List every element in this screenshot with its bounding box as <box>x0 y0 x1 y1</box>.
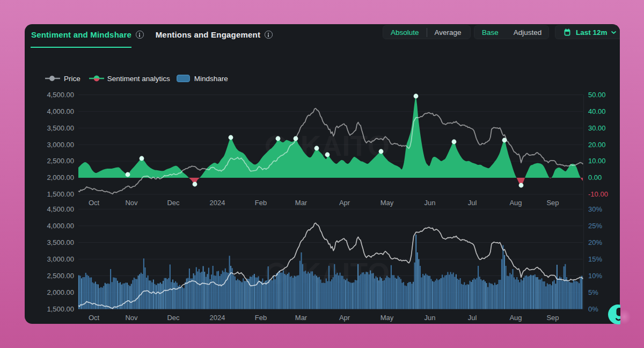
svg-text:3,500.00: 3,500.00 <box>47 124 74 132</box>
svg-text:May: May <box>380 314 394 322</box>
svg-text:2024: 2024 <box>210 199 225 207</box>
svg-text:May: May <box>380 199 394 207</box>
svg-text:4,000.00: 4,000.00 <box>47 222 74 230</box>
svg-text:Mar: Mar <box>295 314 308 322</box>
svg-text:2,500.00: 2,500.00 <box>47 157 74 165</box>
svg-text:Jun: Jun <box>425 199 436 207</box>
svg-text:Oct: Oct <box>89 199 100 207</box>
svg-text:4,500.00: 4,500.00 <box>47 91 74 99</box>
svg-text:4,500.00: 4,500.00 <box>47 205 74 213</box>
svg-text:25%: 25% <box>588 222 602 230</box>
svg-text:Sep: Sep <box>546 199 559 207</box>
svg-text:Dec: Dec <box>167 199 180 207</box>
svg-text:Oct: Oct <box>89 314 100 322</box>
svg-text:2,500.00: 2,500.00 <box>47 272 74 280</box>
svg-text:50.00: 50.00 <box>588 91 606 99</box>
svg-text:2,000.00: 2,000.00 <box>47 173 74 182</box>
svg-text:3,000.00: 3,000.00 <box>47 141 74 149</box>
svg-text:Apr: Apr <box>339 199 350 207</box>
svg-text:Aug: Aug <box>509 199 522 207</box>
svg-text:Apr: Apr <box>339 314 350 322</box>
svg-text:20.00: 20.00 <box>588 141 606 149</box>
svg-text:Feb: Feb <box>255 199 267 207</box>
svg-text:Feb: Feb <box>255 314 267 322</box>
svg-text:2024: 2024 <box>210 314 225 322</box>
svg-text:5%: 5% <box>588 288 598 296</box>
svg-text:1,500.00: 1,500.00 <box>47 190 74 198</box>
svg-text:3,000.00: 3,000.00 <box>47 255 74 263</box>
svg-text:10.00: 10.00 <box>588 157 606 165</box>
svg-text:-10.00: -10.00 <box>588 190 608 198</box>
svg-text:4,000.00: 4,000.00 <box>47 107 74 115</box>
svg-text:2,000.00: 2,000.00 <box>47 288 74 296</box>
svg-text:1,500.00: 1,500.00 <box>47 305 74 313</box>
svg-text:Dec: Dec <box>167 314 180 322</box>
svg-text:Nov: Nov <box>125 199 138 207</box>
svg-text:Aug: Aug <box>509 314 522 322</box>
svg-text:3,500.00: 3,500.00 <box>47 238 74 247</box>
svg-text:20%: 20% <box>588 238 602 247</box>
svg-text:40.00: 40.00 <box>588 107 606 115</box>
svg-text:30%: 30% <box>588 205 602 213</box>
svg-text:Sep: Sep <box>546 314 559 322</box>
svg-text:Nov: Nov <box>125 314 138 322</box>
svg-text:Jun: Jun <box>425 314 436 322</box>
svg-text:Mar: Mar <box>295 199 308 207</box>
svg-text:0.00: 0.00 <box>588 173 602 182</box>
svg-text:Jul: Jul <box>468 199 477 207</box>
svg-text:30.00: 30.00 <box>588 124 606 132</box>
svg-text:15%: 15% <box>588 255 602 263</box>
svg-text:10%: 10% <box>588 272 602 280</box>
svg-text:Jul: Jul <box>468 314 477 322</box>
